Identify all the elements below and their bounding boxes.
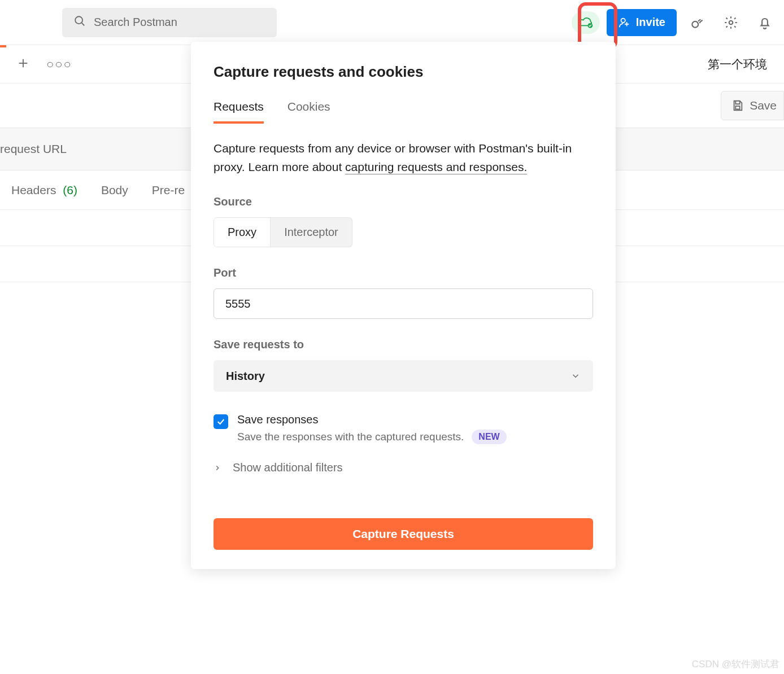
tab-pre-request[interactable]: Pre-re (152, 183, 185, 197)
environment-selector[interactable]: 第一个环境 (708, 56, 767, 72)
source-interceptor[interactable]: Interceptor (271, 217, 352, 247)
chevron-down-icon (570, 371, 581, 381)
filters-label: Show additional filters (233, 461, 343, 474)
panel-tabs: Requests Cookies (214, 100, 593, 124)
save-responses-checkbox[interactable] (214, 414, 228, 429)
invite-label: Invite (636, 16, 665, 29)
learn-more-link[interactable]: capturing requests and responses. (345, 160, 527, 174)
search-icon (73, 15, 86, 30)
tab-cookies[interactable]: Cookies (288, 100, 330, 124)
port-label: Port (214, 266, 593, 279)
panel-description: Capture requests from any device or brow… (214, 139, 593, 176)
save-to-value: History (226, 370, 265, 383)
app-header: Search Postman Invite (0, 0, 784, 45)
additional-filters-toggle[interactable]: Show additional filters (214, 461, 593, 474)
active-tab-indicator (0, 45, 6, 47)
save-button[interactable]: Save (721, 91, 784, 120)
search-placeholder: Search Postman (94, 16, 177, 29)
new-tab-button[interactable] (17, 57, 29, 72)
headers-count: (6) (63, 183, 77, 196)
tab-headers[interactable]: Headers (6) (11, 183, 77, 197)
tab-options-icon[interactable]: ○○○ (46, 57, 72, 72)
chevron-right-icon (214, 464, 221, 472)
source-toggle: Proxy Interceptor (214, 217, 593, 247)
invite-button[interactable]: Invite (607, 9, 677, 36)
capture-requests-button[interactable]: Capture Requests (214, 518, 593, 550)
url-placeholder: request URL (0, 142, 67, 156)
svg-point-3 (621, 18, 625, 22)
panel-title: Capture requests and cookies (214, 63, 593, 81)
svg-point-7 (729, 20, 733, 24)
tab-body[interactable]: Body (101, 183, 128, 197)
source-label: Source (214, 195, 593, 208)
save-label: Save (750, 99, 777, 112)
new-badge: NEW (472, 430, 506, 444)
save-responses-sub: Save the responses with the captured req… (237, 431, 464, 443)
search-input[interactable]: Search Postman (62, 8, 277, 37)
tab-requests[interactable]: Requests (214, 100, 264, 124)
save-responses-title: Save responses (237, 413, 507, 426)
capture-panel: Capture requests and cookies Requests Co… (191, 42, 616, 569)
svg-point-6 (692, 21, 698, 27)
port-input[interactable] (214, 288, 593, 319)
save-to-dropdown[interactable]: History (214, 360, 593, 392)
source-proxy[interactable]: Proxy (214, 217, 271, 247)
notifications-icon[interactable] (751, 9, 778, 36)
svg-line-1 (82, 23, 85, 26)
save-to-label: Save requests to (214, 338, 593, 351)
sync-status-icon[interactable] (572, 11, 600, 34)
svg-rect-10 (735, 106, 739, 110)
svg-point-0 (75, 16, 82, 24)
watermark: CSDN @软件测试君 (692, 658, 779, 671)
save-responses-row: Save responses Save the responses with t… (214, 413, 593, 444)
settings-icon[interactable] (717, 9, 744, 36)
capture-requests-icon[interactable] (683, 9, 711, 36)
